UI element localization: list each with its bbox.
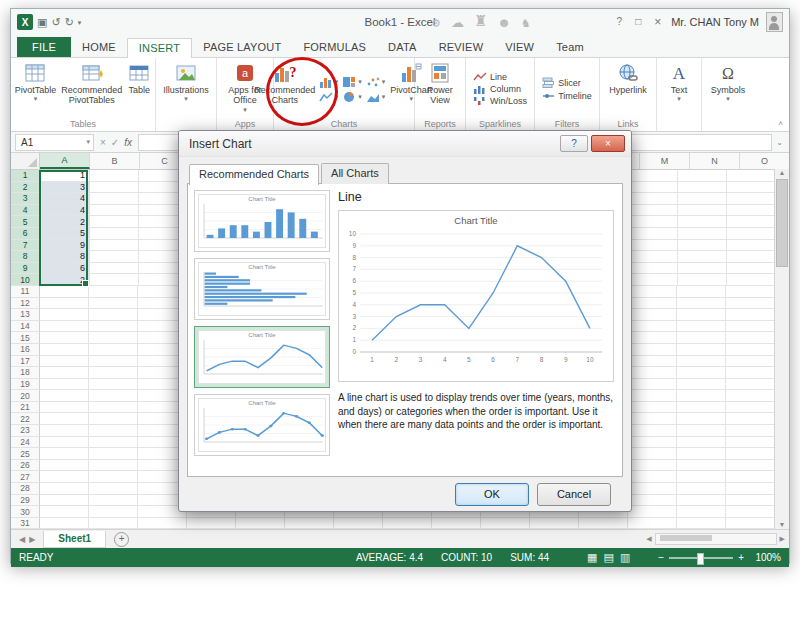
- cell-N6[interactable]: [678, 228, 727, 240]
- zoom-out-icon[interactable]: −: [658, 552, 664, 563]
- cell-M4[interactable]: [629, 205, 678, 217]
- page-layout-view-icon[interactable]: ▤: [604, 551, 614, 564]
- cell-A5[interactable]: 2: [41, 216, 90, 228]
- cell-N29[interactable]: [677, 495, 726, 507]
- save-icon[interactable]: ▣: [37, 17, 47, 28]
- cell-O26[interactable]: [726, 460, 775, 472]
- cell-O17[interactable]: [726, 356, 775, 368]
- row-header-5[interactable]: 5: [11, 216, 41, 228]
- cell-A31[interactable]: [40, 518, 89, 529]
- page-break-view-icon[interactable]: ▥: [620, 551, 630, 564]
- cell-A12[interactable]: [40, 298, 89, 310]
- tab-team[interactable]: Team: [545, 38, 595, 57]
- timeline-button[interactable]: Timeline: [542, 90, 592, 101]
- cell-O12[interactable]: [726, 298, 775, 310]
- cell-M9[interactable]: [629, 263, 678, 275]
- cell-A18[interactable]: [40, 367, 89, 379]
- cell-A19[interactable]: [40, 379, 89, 391]
- cell-B26[interactable]: [89, 460, 138, 472]
- restore-window-icon[interactable]: □: [632, 16, 644, 28]
- cell-M12[interactable]: [628, 298, 677, 310]
- cell-E31[interactable]: [236, 518, 285, 529]
- cell-B12[interactable]: [89, 298, 138, 310]
- cell-M7[interactable]: [629, 240, 678, 252]
- cell-A26[interactable]: [40, 460, 89, 472]
- cell-M3[interactable]: [629, 193, 678, 205]
- tab-file[interactable]: FILE: [17, 37, 71, 57]
- cell-M16[interactable]: [628, 344, 677, 356]
- insert-hierarchy-chart-button[interactable]: ▾: [342, 76, 362, 88]
- cell-C31[interactable]: [138, 518, 187, 529]
- row-header-6[interactable]: 6: [11, 228, 41, 240]
- cell-A25[interactable]: [40, 448, 89, 460]
- cell-A7[interactable]: 9: [41, 240, 90, 252]
- cell-B1[interactable]: [90, 170, 139, 182]
- scroll-up-icon[interactable]: ▲: [779, 169, 786, 176]
- cell-A27[interactable]: [40, 471, 89, 483]
- cell-M18[interactable]: [628, 367, 677, 379]
- insert-pie-chart-button[interactable]: ▾: [342, 91, 362, 103]
- row-header-10[interactable]: 10: [11, 274, 41, 286]
- cell-B27[interactable]: [89, 471, 138, 483]
- cell-A16[interactable]: [40, 344, 89, 356]
- recommended-charts-button[interactable]: ? Recommended Charts: [254, 59, 316, 119]
- cell-B6[interactable]: [90, 228, 139, 240]
- cell-M15[interactable]: [628, 332, 677, 344]
- cell-B9[interactable]: [90, 263, 139, 275]
- cell-N4[interactable]: [678, 205, 727, 217]
- tab-recommended-charts[interactable]: Recommended Charts: [189, 164, 319, 185]
- cell-B19[interactable]: [89, 379, 138, 391]
- horizontal-scroll-thumb[interactable]: [660, 535, 712, 541]
- column-header-A[interactable]: A: [40, 153, 90, 169]
- cell-A20[interactable]: [40, 390, 89, 402]
- cell-B17[interactable]: [89, 356, 138, 368]
- row-header-13[interactable]: 13: [11, 309, 40, 321]
- insert-area-chart-button[interactable]: ▾: [366, 91, 386, 103]
- cell-N17[interactable]: [677, 356, 726, 368]
- hscroll-left-icon[interactable]: ◀: [646, 535, 651, 543]
- expand-formula-bar-icon[interactable]: ⌄: [776, 138, 785, 147]
- cell-N7[interactable]: [678, 240, 727, 252]
- tab-page-layout[interactable]: PAGE LAYOUT: [192, 38, 292, 57]
- cell-N5[interactable]: [678, 216, 727, 228]
- cell-B2[interactable]: [90, 182, 139, 194]
- cell-O2[interactable]: [727, 182, 776, 194]
- cell-N2[interactable]: [678, 182, 727, 194]
- cell-O5[interactable]: [727, 216, 776, 228]
- cell-A4[interactable]: 4: [41, 205, 90, 217]
- cell-M20[interactable]: [628, 390, 677, 402]
- cell-M25[interactable]: [628, 448, 677, 460]
- tab-review[interactable]: REVIEW: [428, 38, 495, 57]
- row-header-21[interactable]: 21: [11, 402, 40, 414]
- cell-B31[interactable]: [89, 518, 138, 529]
- cell-M8[interactable]: [629, 251, 678, 263]
- cell-B25[interactable]: [89, 448, 138, 460]
- select-all-button[interactable]: [11, 153, 40, 169]
- vertical-scrollbar[interactable]: ▲ ▼: [774, 169, 789, 529]
- cell-B29[interactable]: [89, 495, 138, 507]
- zoom-in-icon[interactable]: +: [738, 552, 744, 563]
- cell-F31[interactable]: [285, 518, 334, 529]
- scroll-down-icon[interactable]: ▼: [779, 521, 786, 528]
- cell-O25[interactable]: [726, 448, 775, 460]
- chart-thumbnail-column[interactable]: Chart Title: [194, 190, 330, 252]
- cell-A15[interactable]: [40, 332, 89, 344]
- cell-O9[interactable]: [727, 263, 776, 275]
- insert-function-icon[interactable]: fx: [124, 137, 132, 148]
- column-header-B[interactable]: B: [90, 153, 140, 169]
- cell-A21[interactable]: [40, 402, 89, 414]
- cell-B21[interactable]: [89, 402, 138, 414]
- cell-N27[interactable]: [677, 471, 726, 483]
- row-header-2[interactable]: 2: [11, 182, 41, 194]
- cell-A6[interactable]: 5: [41, 228, 90, 240]
- cell-B8[interactable]: [90, 251, 139, 263]
- cell-O18[interactable]: [726, 367, 775, 379]
- hscroll-right-icon[interactable]: ▶: [780, 535, 785, 543]
- next-sheet-icon[interactable]: ▶: [29, 535, 35, 544]
- row-header-12[interactable]: 12: [11, 298, 40, 310]
- tab-view[interactable]: VIEW: [494, 38, 545, 57]
- row-header-7[interactable]: 7: [11, 240, 41, 252]
- row-header-27[interactable]: 27: [11, 471, 40, 483]
- insert-column-chart-button[interactable]: ▾: [319, 76, 339, 88]
- cell-N10[interactable]: [678, 274, 727, 286]
